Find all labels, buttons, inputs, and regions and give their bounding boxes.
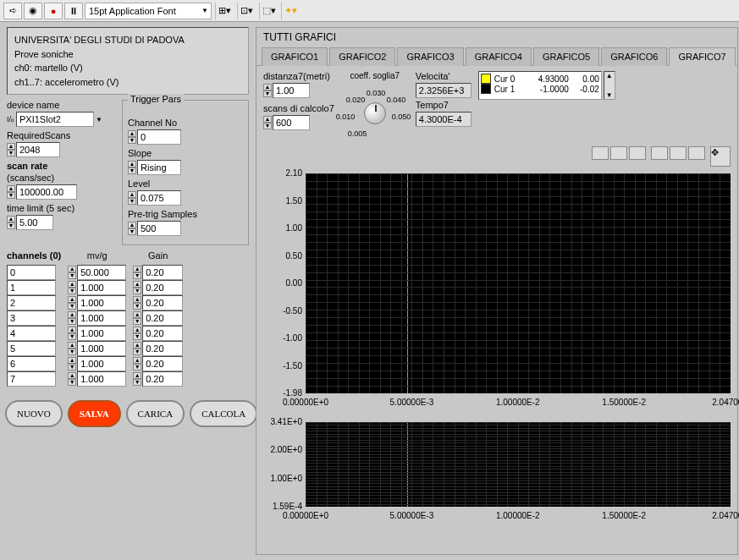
device-input[interactable] (16, 112, 94, 127)
scanrate-spin[interactable]: ▲▼ (7, 185, 15, 199)
plot-1-canvas[interactable] (306, 173, 731, 393)
abort-icon[interactable]: ◉ (24, 3, 42, 19)
mvg-spin[interactable]: ▲▼ (68, 357, 76, 371)
gain-input[interactable] (142, 356, 183, 371)
cursor-scrollbar[interactable]: ▲▼ (604, 71, 615, 100)
channel-index[interactable] (7, 295, 56, 310)
gain-input[interactable] (142, 265, 183, 280)
run-arrow-icon[interactable]: ➪ (3, 3, 22, 19)
chno-spin[interactable]: ▲▼ (128, 130, 136, 144)
gain-input[interactable] (142, 280, 183, 295)
reqscans-input[interactable] (16, 142, 60, 157)
scanrate-input[interactable] (16, 184, 77, 200)
gain-spin[interactable]: ▲▼ (133, 281, 141, 294)
mvg-input[interactable] (77, 341, 126, 356)
y-tick: -1.50 (265, 361, 302, 371)
slope-input[interactable] (137, 160, 181, 175)
palette-icon[interactable] (629, 146, 646, 160)
pretrig-input[interactable] (137, 221, 181, 236)
palette-icon[interactable] (651, 146, 668, 160)
channel-index[interactable] (7, 356, 56, 371)
tab-grafico6[interactable]: GRAFICO6 (601, 47, 667, 66)
gain-spin[interactable]: ▲▼ (133, 311, 141, 325)
gain-spin[interactable]: ▲▼ (133, 372, 141, 386)
gain-input[interactable] (142, 326, 183, 341)
gain-input[interactable] (142, 310, 183, 326)
gain-cell: ▲▼ (133, 310, 183, 326)
channel-index[interactable] (7, 265, 56, 280)
nuovo-button[interactable]: NUOVO (5, 400, 63, 427)
calcola-button[interactable]: CALCOLA (190, 400, 257, 427)
level-spin[interactable]: ▲▼ (128, 191, 136, 205)
cursor-palette (592, 146, 646, 167)
mvg-spin[interactable]: ▲▼ (68, 311, 76, 325)
mvg-spin[interactable]: ▲▼ (68, 266, 76, 279)
salva-button[interactable]: SALVA (68, 400, 121, 427)
gain-spin[interactable]: ▲▼ (133, 327, 141, 340)
mvg-input[interactable] (77, 280, 126, 295)
carica-button[interactable]: CARICA (126, 400, 185, 427)
vel-label: Velocita' (416, 71, 472, 81)
slope-spin[interactable]: ▲▼ (128, 161, 136, 174)
channel-index[interactable] (7, 280, 56, 295)
channel-index[interactable] (7, 310, 56, 326)
mvg-spin[interactable]: ▲▼ (68, 281, 76, 294)
knob-tick: 0.020 (346, 96, 366, 104)
align-icon[interactable]: ⊞▾ (215, 3, 234, 19)
chno-input[interactable] (137, 129, 181, 145)
coeff-label: coeff. soglia7 (350, 71, 400, 80)
palette-icon[interactable] (592, 146, 609, 160)
coeff-knob[interactable]: 0.030 0.020 0.040 0.010 0.050 0.005 (341, 82, 409, 141)
channel-index[interactable] (7, 371, 56, 387)
gain-input[interactable] (142, 295, 183, 310)
tab-grafico4[interactable]: GRAFICO4 (466, 47, 532, 66)
dist-input[interactable] (273, 83, 310, 98)
tab-grafico3[interactable]: GRAFICO3 (397, 47, 463, 66)
zoom-palette (651, 146, 705, 167)
tab-grafico7[interactable]: GRAFICO7 (669, 47, 735, 66)
channel-index[interactable] (7, 341, 56, 356)
plot-2-canvas[interactable] (306, 422, 731, 507)
channel-index[interactable] (7, 326, 56, 341)
dist-spin[interactable]: ▲▼ (263, 84, 272, 97)
tab-grafico1[interactable]: GRAFICO1 (262, 47, 328, 66)
scans-input[interactable] (273, 115, 310, 130)
palette-icon[interactable] (610, 146, 627, 160)
font-selector[interactable]: 15pt Application Font (85, 3, 212, 19)
timelimit-input[interactable] (16, 215, 53, 230)
mvg-input[interactable] (77, 371, 126, 387)
tab-grafico5[interactable]: GRAFICO5 (533, 47, 599, 66)
palette-icon[interactable] (688, 146, 705, 160)
reqscans-spin[interactable]: ▲▼ (7, 143, 15, 156)
resize-icon[interactable]: ⬚▾ (259, 3, 278, 19)
timelimit-spin[interactable]: ▲▼ (7, 216, 15, 229)
mvg-input[interactable] (77, 356, 126, 371)
mvg-input[interactable] (77, 310, 126, 326)
scans-spin[interactable]: ▲▼ (263, 116, 272, 129)
pause-icon[interactable]: II (64, 3, 83, 19)
cursor-line[interactable] (407, 422, 408, 507)
distribute-icon[interactable]: ⊡▾ (237, 3, 256, 19)
gain-spin[interactable]: ▲▼ (133, 342, 141, 355)
mvg-spin[interactable]: ▲▼ (68, 296, 76, 310)
mvg-input[interactable] (77, 295, 126, 310)
gain-input[interactable] (142, 371, 183, 387)
mvg-input[interactable] (77, 265, 126, 280)
mvg-spin[interactable]: ▲▼ (68, 342, 76, 355)
pretrig-spin[interactable]: ▲▼ (128, 222, 136, 235)
gain-input[interactable] (142, 341, 183, 356)
mvg-spin[interactable]: ▲▼ (68, 327, 76, 340)
palette-icon[interactable] (670, 146, 687, 160)
reorder-icon[interactable]: ✦▾ (281, 3, 300, 19)
dropdown-icon[interactable]: ▼ (96, 116, 102, 124)
graph-palette-icon[interactable]: ✥ (710, 146, 731, 167)
record-icon[interactable]: ● (44, 3, 63, 19)
gain-spin[interactable]: ▲▼ (133, 296, 141, 310)
cursor-line[interactable] (407, 173, 408, 393)
mvg-spin[interactable]: ▲▼ (68, 372, 76, 386)
gain-spin[interactable]: ▲▼ (133, 266, 141, 279)
tab-grafico2[interactable]: GRAFICO2 (329, 47, 395, 66)
gain-spin[interactable]: ▲▼ (133, 357, 141, 371)
mvg-input[interactable] (77, 326, 126, 341)
level-input[interactable] (137, 190, 181, 206)
